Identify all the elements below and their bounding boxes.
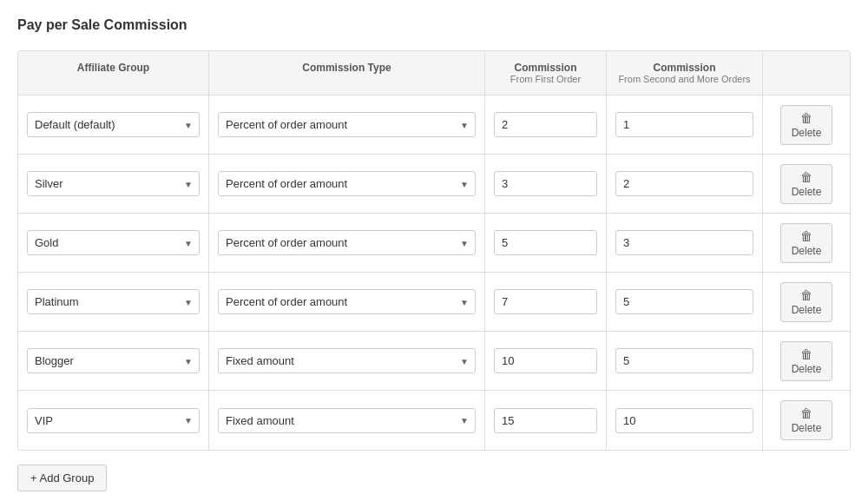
commission-type-select-4[interactable]: Percent of order amountFixed amount xyxy=(218,348,476,373)
page-title: Pay per Sale Commission xyxy=(17,17,851,33)
delete-button-5[interactable]: 🗑Delete xyxy=(780,400,833,440)
commission-type-cell-4: Percent of order amountFixed amount xyxy=(209,332,485,390)
table-row: Default (default)SilverGoldPlatinumBlogg… xyxy=(18,391,850,450)
delete-button-1[interactable]: 🗑Delete xyxy=(780,164,833,204)
trash-icon: 🗑 xyxy=(800,229,812,243)
commission-type-cell-5: Percent of order amountFixed amount xyxy=(209,391,485,450)
delete-cell-3: 🗑Delete xyxy=(763,273,850,331)
trash-icon: 🗑 xyxy=(800,288,812,302)
first-order-cell-5 xyxy=(485,391,607,450)
first-order-input-0[interactable] xyxy=(494,112,597,137)
second-order-cell-4 xyxy=(607,332,763,390)
table-footer: + Add Group xyxy=(17,465,851,491)
table-row: Default (default)SilverGoldPlatinumBlogg… xyxy=(18,96,850,155)
header-commission-type: Commission Type xyxy=(209,51,485,95)
table-body: Default (default)SilverGoldPlatinumBlogg… xyxy=(18,96,850,450)
commission-type-select-3[interactable]: Percent of order amountFixed amount xyxy=(218,289,476,314)
delete-cell-1: 🗑Delete xyxy=(763,155,850,213)
table-row: Default (default)SilverGoldPlatinumBlogg… xyxy=(18,332,850,391)
commission-type-cell-2: Percent of order amountFixed amount xyxy=(209,214,485,272)
header-commission-second: Commission From Second and More Orders xyxy=(607,51,763,95)
affiliate-group-select-3[interactable]: Default (default)SilverGoldPlatinumBlogg… xyxy=(27,289,200,314)
first-order-input-2[interactable] xyxy=(494,230,597,255)
first-order-input-4[interactable] xyxy=(494,348,597,373)
first-order-input-5[interactable] xyxy=(494,408,597,433)
table-row: Default (default)SilverGoldPlatinumBlogg… xyxy=(18,273,850,332)
second-order-cell-2 xyxy=(607,214,763,272)
table-header: Affiliate Group Commission Type Commissi… xyxy=(18,51,850,96)
first-order-cell-4 xyxy=(485,332,607,390)
commission-type-select-1[interactable]: Percent of order amountFixed amount xyxy=(218,171,476,196)
delete-cell-4: 🗑Delete xyxy=(763,332,850,390)
second-order-input-0[interactable] xyxy=(615,112,753,137)
commission-type-select-5[interactable]: Percent of order amountFixed amount xyxy=(218,408,476,433)
header-actions xyxy=(763,51,850,95)
second-order-input-4[interactable] xyxy=(615,348,753,373)
second-order-cell-5 xyxy=(607,391,763,450)
affiliate-group-cell-5: Default (default)SilverGoldPlatinumBlogg… xyxy=(18,391,209,450)
first-order-input-1[interactable] xyxy=(494,171,597,196)
affiliate-group-select-1[interactable]: Default (default)SilverGoldPlatinumBlogg… xyxy=(27,171,200,196)
affiliate-group-select-2[interactable]: Default (default)SilverGoldPlatinumBlogg… xyxy=(27,230,200,255)
second-order-input-5[interactable] xyxy=(615,408,753,433)
commission-type-select-2[interactable]: Percent of order amountFixed amount xyxy=(218,230,476,255)
table-row: Default (default)SilverGoldPlatinumBlogg… xyxy=(18,155,850,214)
affiliate-group-select-4[interactable]: Default (default)SilverGoldPlatinumBlogg… xyxy=(27,348,200,373)
delete-button-2[interactable]: 🗑Delete xyxy=(780,223,833,263)
header-affiliate-group: Affiliate Group xyxy=(18,51,209,95)
first-order-input-3[interactable] xyxy=(494,289,597,314)
second-order-cell-3 xyxy=(607,273,763,331)
commission-type-select-0[interactable]: Percent of order amountFixed amount xyxy=(218,112,476,137)
delete-button-4[interactable]: 🗑Delete xyxy=(780,341,833,381)
trash-icon: 🗑 xyxy=(800,111,812,125)
add-group-button[interactable]: + Add Group xyxy=(17,465,107,491)
second-order-input-2[interactable] xyxy=(615,230,753,255)
affiliate-group-select-5[interactable]: Default (default)SilverGoldPlatinumBlogg… xyxy=(27,408,200,433)
first-order-cell-0 xyxy=(485,96,607,154)
delete-cell-5: 🗑Delete xyxy=(763,391,850,450)
affiliate-group-cell-3: Default (default)SilverGoldPlatinumBlogg… xyxy=(18,273,209,331)
delete-button-3[interactable]: 🗑Delete xyxy=(780,282,833,322)
trash-icon: 🗑 xyxy=(800,347,812,361)
affiliate-group-cell-1: Default (default)SilverGoldPlatinumBlogg… xyxy=(18,155,209,213)
second-order-input-3[interactable] xyxy=(615,289,753,314)
header-commission-first: Commission From First Order xyxy=(485,51,607,95)
delete-button-0[interactable]: 🗑Delete xyxy=(780,105,833,145)
second-order-input-1[interactable] xyxy=(615,171,753,196)
second-order-cell-0 xyxy=(607,96,763,154)
trash-icon: 🗑 xyxy=(800,406,812,420)
affiliate-group-select-0[interactable]: Default (default)SilverGoldPlatinumBlogg… xyxy=(27,112,200,137)
first-order-cell-3 xyxy=(485,273,607,331)
commission-table: Affiliate Group Commission Type Commissi… xyxy=(17,50,851,451)
affiliate-group-cell-0: Default (default)SilverGoldPlatinumBlogg… xyxy=(18,96,209,154)
trash-icon: 🗑 xyxy=(800,170,812,184)
commission-type-cell-3: Percent of order amountFixed amount xyxy=(209,273,485,331)
first-order-cell-1 xyxy=(485,155,607,213)
second-order-cell-1 xyxy=(607,155,763,213)
table-row: Default (default)SilverGoldPlatinumBlogg… xyxy=(18,214,850,273)
first-order-cell-2 xyxy=(485,214,607,272)
commission-type-cell-1: Percent of order amountFixed amount xyxy=(209,155,485,213)
affiliate-group-cell-4: Default (default)SilverGoldPlatinumBlogg… xyxy=(18,332,209,390)
affiliate-group-cell-2: Default (default)SilverGoldPlatinumBlogg… xyxy=(18,214,209,272)
delete-cell-0: 🗑Delete xyxy=(763,96,850,154)
commission-type-cell-0: Percent of order amountFixed amount xyxy=(209,96,485,154)
delete-cell-2: 🗑Delete xyxy=(763,214,850,272)
